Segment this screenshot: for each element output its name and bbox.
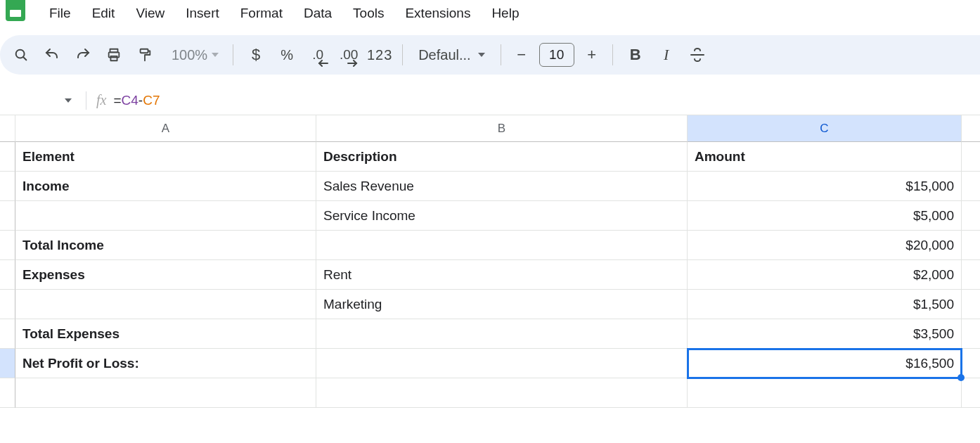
redo-icon[interactable] [69,41,97,69]
cell[interactable] [962,172,980,201]
cell[interactable]: Description [316,142,688,172]
cell[interactable]: Total Income [15,231,316,260]
row-header[interactable] [0,290,15,319]
cell[interactable] [962,319,980,349]
percent-format-button[interactable]: % [273,41,301,69]
cell[interactable]: Marketing [316,290,688,319]
toolbar-divider [612,44,613,65]
zoom-dropdown[interactable]: 100% [162,47,224,63]
cell[interactable] [316,378,688,408]
cell[interactable]: Amount [688,142,962,172]
sheets-logo-icon [6,0,25,21]
column-header-next[interactable] [962,115,980,142]
font-size-input[interactable]: 10 [539,43,574,67]
column-header-c[interactable]: C [688,115,962,142]
chevron-down-icon [478,53,485,57]
formula-input[interactable]: =C4-C7 [113,93,160,108]
cell[interactable]: Service Income [316,201,688,231]
cell[interactable] [962,260,980,290]
row-header[interactable] [0,201,15,231]
more-formats-button[interactable]: 123 [366,41,394,69]
cell[interactable]: $1,500 [688,290,962,319]
font-family-dropdown[interactable]: Defaul... [411,47,491,63]
cell[interactable] [962,378,980,408]
row-header[interactable] [0,349,15,378]
menu-insert[interactable]: Insert [176,1,229,25]
menu-format[interactable]: Format [231,1,292,25]
currency-format-button[interactable]: $ [242,41,270,69]
cell[interactable]: $20,000 [688,231,962,260]
row-header[interactable] [0,142,15,172]
cell[interactable] [688,378,962,408]
column-header-b[interactable]: B [316,115,688,142]
font-family-label: Defaul... [418,47,470,63]
cell[interactable] [962,231,980,260]
row-header[interactable] [0,260,15,290]
row-header[interactable] [0,378,15,408]
strikethrough-button[interactable] [683,41,711,69]
cell[interactable] [316,231,688,260]
svg-rect-5 [141,49,148,53]
spreadsheet-grid: ABCElementDescriptionAmountIncomeSales R… [0,115,980,408]
formula-bar: fx =C4-C7 [0,86,980,115]
chevron-down-icon [212,53,219,57]
formula-bar-divider [86,91,86,110]
row-header[interactable] [0,319,15,349]
cell[interactable]: Element [15,142,316,172]
svg-line-1 [23,57,26,60]
cell[interactable] [962,349,980,378]
menu-data[interactable]: Data [294,1,342,25]
increase-font-size-button[interactable]: + [580,43,604,67]
row-header[interactable] [0,172,15,201]
cell[interactable]: $5,000 [688,201,962,231]
cell[interactable]: Expenses [15,260,316,290]
menu-extensions[interactable]: Extensions [395,1,480,25]
menu-edit[interactable]: Edit [82,1,125,25]
bold-button[interactable]: B [621,41,650,69]
toolbar-divider [233,44,233,65]
undo-icon[interactable] [38,41,66,69]
cell[interactable] [15,378,316,408]
cell[interactable]: Total Expenses [15,319,316,349]
cell[interactable]: $15,000 [688,172,962,201]
increase-decimal-button[interactable]: .00 [335,41,363,69]
cell[interactable] [316,319,688,349]
toolbar: 100% $ % .0 .00 123 Defaul... − 10 + B I [0,35,980,75]
menu-tools[interactable]: Tools [343,1,394,25]
cell[interactable]: $2,000 [688,260,962,290]
select-all-corner[interactable] [0,115,15,142]
cell[interactable] [962,142,980,172]
cell[interactable] [962,201,980,231]
toolbar-divider [501,44,501,65]
row-header[interactable] [0,231,15,260]
menu-view[interactable]: View [126,1,174,25]
cell[interactable] [316,349,688,378]
print-icon[interactable] [100,41,128,69]
cell[interactable] [15,290,316,319]
cell[interactable]: Net Profit or Loss: [15,349,316,378]
column-header-a[interactable]: A [15,115,316,142]
active-cell[interactable]: $16,500 [688,349,962,378]
chevron-down-icon [65,98,72,103]
cell[interactable]: Sales Revenue [316,172,688,201]
fx-icon: fx [96,92,106,108]
menu-bar: File Edit View Insert Format Data Tools … [0,0,980,27]
name-box-dropdown[interactable] [42,91,76,110]
zoom-label: 100% [172,47,207,63]
menu-file[interactable]: File [39,1,81,25]
cell[interactable] [962,290,980,319]
menu-help[interactable]: Help [482,1,529,25]
italic-button[interactable]: I [652,41,681,69]
cell[interactable]: $3,500 [688,319,962,349]
cell[interactable] [15,201,316,231]
cell[interactable]: Income [15,172,316,201]
cell[interactable]: Rent [316,260,688,290]
font-size-control: − 10 + [510,43,604,67]
decrease-decimal-button[interactable]: .0 [304,41,332,69]
paint-format-icon[interactable] [131,41,159,69]
toolbar-divider [402,44,403,65]
search-icon[interactable] [7,41,35,69]
decrease-font-size-button[interactable]: − [510,43,534,67]
